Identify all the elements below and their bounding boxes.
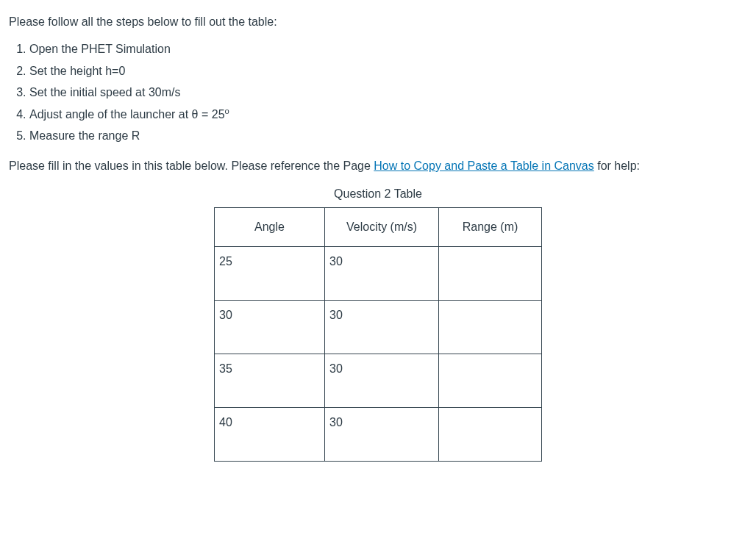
fill-post-text: for help: [594,159,640,172]
cell-range [439,354,542,407]
cell-range [439,407,542,461]
cell-angle: 30 [215,300,325,354]
cell-angle: 35 [215,354,325,407]
cell-velocity: 30 [325,407,439,461]
table-caption: Question 2 Table [214,185,542,207]
fill-instruction: Please fill in the values in this table … [9,157,747,175]
step-item: Set the initial speed at 30m/s [29,82,747,104]
cell-velocity: 30 [325,300,439,354]
cell-angle: 40 [215,407,325,461]
copy-paste-link[interactable]: How to Copy and Paste a Table in Canvas [374,159,593,172]
cell-angle: 25 [215,246,325,300]
cell-velocity: 30 [325,354,439,407]
step-item: Open the PHET Simulation [29,38,747,60]
table-row: 25 30 [215,246,542,300]
table-row: 30 30 [215,300,542,354]
table-row: 35 30 [215,354,542,407]
cell-range [439,246,542,300]
question-2-table: Question 2 Table Angle Velocity (m/s) Ra… [214,185,542,462]
steps-list: Open the PHET Simulation Set the height … [29,38,747,147]
step-item: Set the height h=0 [29,60,747,82]
header-range: Range (m) [439,207,542,246]
step-item: Measure the range R [29,125,747,147]
fill-pre-text: Please fill in the values in this table … [9,159,374,172]
table-row: 40 30 [215,407,542,461]
step-item: Adjust angle of the launcher at θ = 25o [29,104,747,126]
intro-text: Please follow all the steps below to fil… [9,13,747,31]
cell-range [439,300,542,354]
header-velocity: Velocity (m/s) [325,207,439,246]
cell-velocity: 30 [325,246,439,300]
header-angle: Angle [215,207,325,246]
